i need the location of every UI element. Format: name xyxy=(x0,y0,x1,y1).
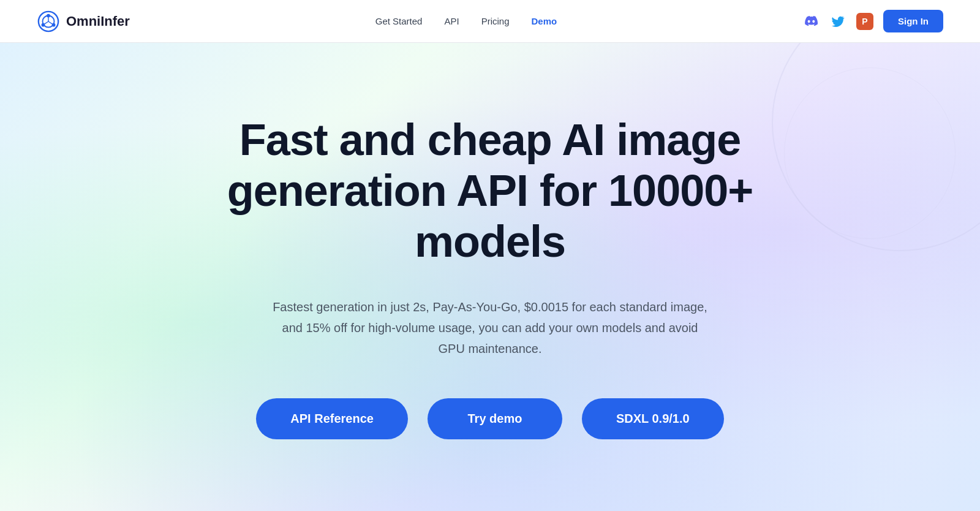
logo-link[interactable]: OmniInfer xyxy=(37,10,130,33)
signin-button[interactable]: Sign In xyxy=(883,10,943,32)
try-demo-button[interactable]: Try demo xyxy=(428,398,562,439)
hero-content: Fast and cheap AI image generation API f… xyxy=(214,115,766,439)
logo-icon xyxy=(37,10,60,33)
sdxl-button[interactable]: SDXL 0.9/1.0 xyxy=(582,398,724,439)
discord-icon[interactable] xyxy=(802,13,820,30)
twitter-icon[interactable] xyxy=(829,13,846,30)
nav-pricing[interactable]: Pricing xyxy=(481,16,510,26)
nav-links: Get Started API Pricing Demo xyxy=(375,16,557,26)
svg-line-7 xyxy=(43,21,48,25)
nav-get-started[interactable]: Get Started xyxy=(375,16,423,26)
hero-section: Fast and cheap AI image generation API f… xyxy=(0,43,980,511)
producthunt-icon[interactable]: P xyxy=(856,13,873,30)
deco-circle-small xyxy=(784,67,956,239)
logo-text: OmniInfer xyxy=(66,13,130,29)
api-reference-button[interactable]: API Reference xyxy=(256,398,408,439)
hero-subtitle: Fastest generation in just 2s, Pay-As-Yo… xyxy=(270,297,710,359)
navbar: OmniInfer Get Started API Pricing Demo P… xyxy=(0,0,980,43)
hero-title: Fast and cheap AI image generation API f… xyxy=(214,115,766,267)
nav-api[interactable]: API xyxy=(444,16,459,26)
svg-line-6 xyxy=(48,21,54,25)
nav-demo[interactable]: Demo xyxy=(531,16,557,26)
hero-buttons: API Reference Try demo SDXL 0.9/1.0 xyxy=(214,398,766,439)
navbar-actions: P Sign In xyxy=(802,10,943,32)
